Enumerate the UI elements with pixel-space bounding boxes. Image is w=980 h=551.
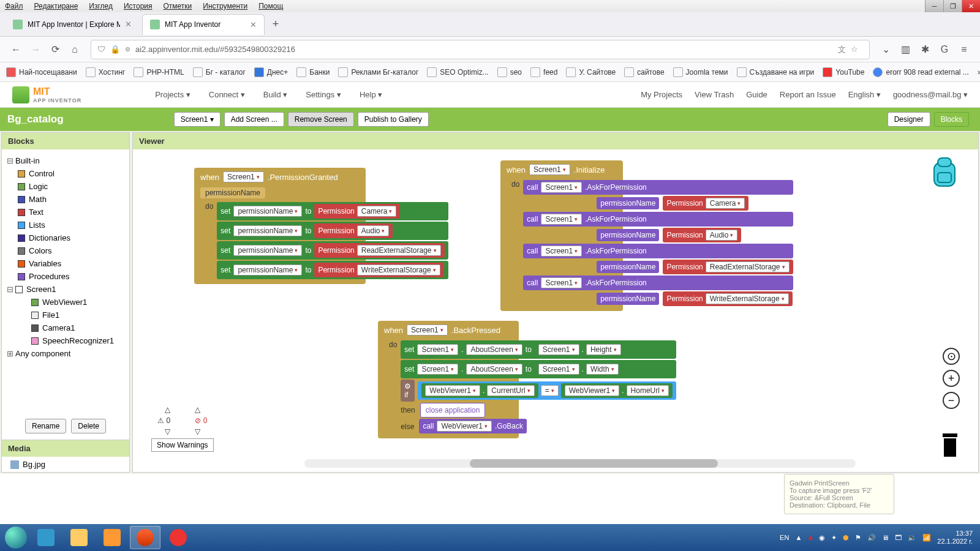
- tree-builtin[interactable]: ⊟ Built-in: [7, 154, 124, 167]
- tray-icon[interactable]: ◉: [819, 534, 825, 542]
- start-button[interactable]: [2, 524, 29, 551]
- tray-icon[interactable]: ⚑: [855, 534, 861, 542]
- bookmark-item[interactable]: SEO Optimiz...: [427, 67, 488, 77]
- tree-dictionaries[interactable]: Dictionaries: [7, 231, 124, 244]
- menu-edit[interactable]: Редактиране: [34, 2, 78, 10]
- menu-file[interactable]: Файл: [5, 2, 23, 10]
- new-tab-button[interactable]: +: [267, 16, 284, 33]
- blocks-canvas[interactable]: when Screen1 .PermissionGranted permissi…: [133, 149, 978, 470]
- tray-icon[interactable]: ✦: [831, 534, 837, 542]
- set-row[interactable]: setpermissionNametoPermission Camera: [217, 202, 448, 220]
- call-goback[interactable]: call WebViewer1 .GoBack: [419, 419, 527, 433]
- menu-account[interactable]: goodness@mail.bg ▾: [893, 90, 968, 99]
- tray-icon[interactable]: 🔉: [908, 534, 916, 542]
- tree-colors[interactable]: Colors: [7, 244, 124, 257]
- tree-procedures[interactable]: Procedures: [7, 270, 124, 283]
- menu-settings[interactable]: Settings ▾: [306, 90, 341, 99]
- tree-screen1[interactable]: ⊟Screen1: [7, 283, 124, 296]
- add-screen-button[interactable]: Add Screen ...: [224, 112, 284, 127]
- trash-icon[interactable]: [940, 433, 960, 458]
- tray-icon[interactable]: 📶: [922, 534, 931, 542]
- bookmark-item[interactable]: Създаване на игри: [737, 67, 815, 77]
- minimize-button[interactable]: ─: [925, 0, 943, 12]
- block-permission-granted[interactable]: when Screen1 .PermissionGranted permissi…: [194, 168, 366, 284]
- tree-anycomponent[interactable]: ⊞Any component: [7, 347, 124, 360]
- blocks-button[interactable]: Blocks: [934, 112, 969, 127]
- scroll-thumb[interactable]: [470, 459, 718, 468]
- backpack-icon[interactable]: [929, 156, 960, 189]
- tray-icon[interactable]: 🖥: [882, 534, 889, 541]
- tree-control[interactable]: Control: [7, 167, 124, 180]
- bookmark-item[interactable]: Банки: [296, 67, 330, 77]
- screen-dropdown[interactable]: Screen1 ▾: [174, 112, 221, 127]
- bookmark-item[interactable]: Бг - каталог: [193, 67, 246, 77]
- extensions-icon[interactable]: ✱: [915, 40, 935, 59]
- tab-close-icon[interactable]: ✕: [125, 20, 132, 29]
- close-button[interactable]: ✕: [962, 0, 980, 12]
- link-myprojects[interactable]: My Projects: [641, 90, 682, 99]
- dd-screen[interactable]: Screen1: [407, 324, 448, 335]
- set-row[interactable]: setpermissionNametoPermission Audio: [217, 222, 448, 240]
- bookmark-item[interactable]: Joomla теми: [673, 67, 728, 77]
- tray-icon[interactable]: ◈: [808, 534, 813, 542]
- menu-help[interactable]: Помощ: [258, 2, 283, 10]
- bookmark-item[interactable]: YouTube: [823, 67, 864, 77]
- remove-screen-button[interactable]: Remove Screen: [288, 112, 354, 127]
- show-warnings-button[interactable]: Show Warnings: [151, 438, 214, 452]
- close-app-block[interactable]: close application: [420, 403, 486, 418]
- bookmark-item[interactable]: Хостинг: [86, 67, 126, 77]
- menu-bookmarks[interactable]: Отметки: [164, 2, 192, 10]
- bookmark-item[interactable]: сайтове: [624, 67, 664, 77]
- set-row[interactable]: setpermissionNametoPermission ReadExtern…: [217, 241, 448, 260]
- nav-down-icon[interactable]: ▽: [165, 427, 170, 436]
- media-item[interactable]: Bg.jpg: [2, 457, 129, 472]
- tab-explore[interactable]: MIT App Inventor | Explore MIT ✕: [5, 14, 140, 35]
- center-button[interactable]: ⊙: [943, 348, 960, 365]
- menu-language[interactable]: English ▾: [848, 90, 881, 99]
- set-row[interactable]: setpermissionNametoPermission WriteExter…: [217, 261, 448, 279]
- taskbar-explorer[interactable]: [64, 526, 94, 549]
- dd-screen[interactable]: Screen1: [529, 164, 570, 175]
- designer-button[interactable]: Designer: [888, 112, 930, 127]
- url-bar[interactable]: 🛡 🔒 ⚙ ai2.appinventor.mit.edu/#593254980…: [91, 40, 870, 59]
- tray-icon[interactable]: 🔊: [867, 534, 876, 542]
- tab-appinventor[interactable]: MIT App Inventor ✕: [142, 14, 265, 35]
- menu-build[interactable]: Build ▾: [263, 90, 288, 99]
- tree-lists[interactable]: Lists: [7, 219, 124, 231]
- taskbar-opera[interactable]: [163, 526, 194, 549]
- pocket-icon[interactable]: ⌄: [876, 40, 895, 59]
- comparison-block[interactable]: WebViewer1.CurrentUrl = WebViewer1.HomeU…: [418, 381, 676, 400]
- reload-button[interactable]: ⟳: [45, 40, 65, 59]
- menu-help-app[interactable]: Help ▾: [360, 90, 382, 99]
- delete-button[interactable]: Delete: [71, 419, 106, 433]
- menu-tools[interactable]: Инструменти: [203, 2, 247, 10]
- call-row[interactable]: callScreen1.AskForPermission: [523, 180, 793, 195]
- lang-indicator[interactable]: EN: [780, 534, 789, 541]
- zoom-in-button[interactable]: +: [943, 370, 960, 387]
- bookmark-item[interactable]: erorr 908 read external ...: [873, 67, 968, 77]
- rename-button[interactable]: Rename: [25, 419, 66, 433]
- bookmark-item[interactable]: feed: [530, 67, 557, 77]
- tree-variables[interactable]: Variables: [7, 257, 124, 270]
- tree-webviewer[interactable]: WebViewer1: [7, 296, 124, 309]
- kw-if[interactable]: ⚙ if: [401, 380, 415, 402]
- menu-history[interactable]: История: [124, 2, 153, 10]
- taskbar-firefox[interactable]: [130, 526, 160, 549]
- bookmark-item[interactable]: Днес+: [254, 67, 288, 77]
- publish-button[interactable]: Publish to Gallery: [358, 112, 429, 127]
- horizontal-scrollbar[interactable]: [304, 459, 856, 468]
- tray-icon[interactable]: ▲: [795, 534, 802, 541]
- clock[interactable]: 13:37 22.1.2022 г.: [937, 530, 973, 545]
- menu-connect[interactable]: Connect ▾: [209, 90, 245, 99]
- call-row[interactable]: callScreen1.AskForPermission: [523, 276, 793, 290]
- tree-camera[interactable]: Camera1: [7, 321, 124, 334]
- nav-down-icon[interactable]: ▽: [195, 427, 200, 436]
- bookmark-item[interactable]: Реклами Бг-каталог: [338, 67, 418, 77]
- menu-view[interactable]: Изглед: [89, 2, 113, 10]
- tree-text[interactable]: Text: [7, 206, 124, 219]
- link-guide[interactable]: Guide: [746, 90, 767, 99]
- bookmark-item[interactable]: У. Сайтове: [566, 67, 616, 77]
- maximize-button[interactable]: ❐: [943, 0, 962, 12]
- bookmark-item[interactable]: PHP-HTML: [134, 67, 184, 77]
- tree-logic[interactable]: Logic: [7, 180, 124, 193]
